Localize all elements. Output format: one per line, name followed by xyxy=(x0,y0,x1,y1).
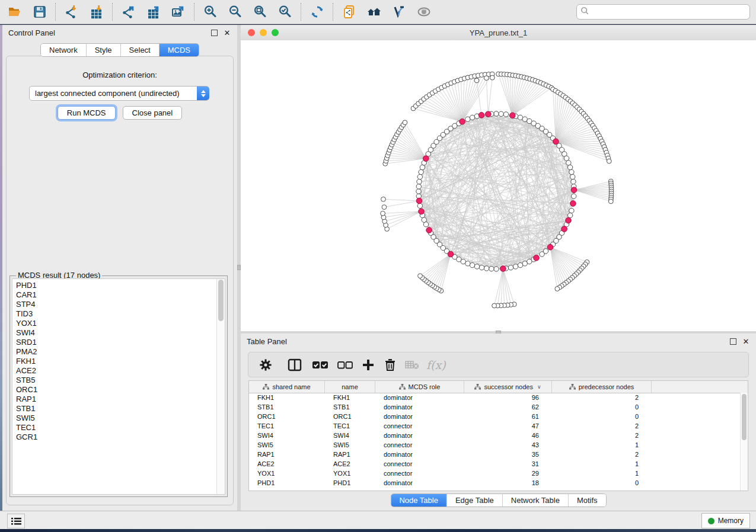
tab-edge-table[interactable]: Edge Table xyxy=(447,494,503,507)
task-history-button[interactable] xyxy=(7,514,25,528)
add-column-button[interactable] xyxy=(362,359,374,371)
table-row[interactable]: ACE2ACE2connector311 xyxy=(249,459,741,469)
vizmapper-icon xyxy=(392,5,406,19)
memory-button[interactable]: Memory xyxy=(701,513,750,528)
cell-predecessor-nodes: 1 xyxy=(552,470,652,477)
mcds-result-item[interactable]: RAP1 xyxy=(12,395,225,404)
save-session-button[interactable] xyxy=(30,2,50,21)
zoom-out-button[interactable] xyxy=(225,2,245,21)
table-row[interactable]: PHD1PHD1dominator180 xyxy=(249,478,741,488)
network-graph[interactable] xyxy=(241,40,756,331)
cell-predecessor-nodes: 2 xyxy=(552,394,652,401)
zoom-selected-button[interactable] xyxy=(275,2,295,21)
delete-column-button[interactable] xyxy=(385,358,395,371)
cell-MCDS-role: dominator xyxy=(375,413,464,420)
column-header-successor-nodes[interactable]: successor nodes∨ xyxy=(464,381,552,393)
mcds-result-item[interactable]: YOX1 xyxy=(12,319,225,328)
memory-status-icon xyxy=(708,518,714,524)
cell-MCDS-role: dominator xyxy=(375,451,464,458)
tab-mcds[interactable]: MCDS xyxy=(160,44,199,56)
refresh-layout-button[interactable] xyxy=(307,2,327,21)
export-table-button[interactable] xyxy=(143,2,164,21)
search-input[interactable] xyxy=(589,7,746,17)
zoom-in-button[interactable] xyxy=(200,2,221,21)
table-panel-title: Table Panel xyxy=(247,337,724,346)
cell-shared-name: SWI5 xyxy=(249,441,325,448)
mcds-list-scrollbar[interactable] xyxy=(216,279,225,494)
table-panel: Table Panel ✕ f(x) shared namenameMCDS r… xyxy=(241,334,756,511)
table-row[interactable]: YOX1YOX1connector291 xyxy=(249,469,741,478)
import-table-button[interactable] xyxy=(87,2,107,21)
float-panel-button[interactable] xyxy=(729,337,737,345)
mcds-result-item[interactable]: PMA2 xyxy=(12,347,225,357)
import-network-button[interactable] xyxy=(62,2,82,21)
mcds-result-item[interactable]: ORC1 xyxy=(12,385,225,395)
mcds-result-item[interactable]: TID3 xyxy=(12,309,225,319)
columns-button[interactable] xyxy=(288,358,302,371)
mcds-result-item[interactable]: ACE2 xyxy=(12,366,225,376)
gear-button[interactable] xyxy=(259,358,272,371)
mcds-result-item[interactable]: CAR1 xyxy=(12,290,225,300)
mcds-result-list[interactable]: PHD1CAR1STP4TID3YOX1SWI4SRD1PMA2FKH1ACE2… xyxy=(12,278,225,495)
export-image-button[interactable] xyxy=(168,2,189,21)
close-panel-button[interactable]: ✕ xyxy=(742,337,750,345)
deselect-all-button[interactable] xyxy=(337,361,353,369)
table-row[interactable]: SWI4SWI4dominator462 xyxy=(249,431,741,440)
select-all-button[interactable] xyxy=(312,361,328,369)
network-canvas[interactable] xyxy=(241,40,756,331)
mcds-result-item[interactable]: STP4 xyxy=(12,300,225,309)
cell-shared-name: SWI4 xyxy=(249,432,325,439)
table-row[interactable]: RAP1RAP1dominator352 xyxy=(249,450,741,459)
tab-network-table[interactable]: Network Table xyxy=(503,494,569,507)
cell-successor-nodes: 29 xyxy=(464,470,552,477)
mcds-result-item[interactable]: STB5 xyxy=(12,376,225,385)
tab-select[interactable]: Select xyxy=(121,44,160,56)
vizmapper-button[interactable] xyxy=(389,2,409,21)
criterion-dropdown[interactable]: largest connected component (undirected) xyxy=(29,86,209,101)
mcds-result-item[interactable]: PHD1 xyxy=(12,281,225,290)
network-overview-button[interactable] xyxy=(364,2,384,21)
cell-successor-nodes: 31 xyxy=(464,460,552,467)
table-row[interactable]: TEC1TEC1connector472 xyxy=(249,421,741,431)
open-file-button[interactable] xyxy=(5,2,25,21)
run-mcds-button[interactable]: Run MCDS xyxy=(58,106,116,120)
cell-shared-name: RAP1 xyxy=(249,451,325,458)
mcds-result-item[interactable]: SWI5 xyxy=(12,414,225,423)
mcds-result-item[interactable]: STB1 xyxy=(12,404,225,414)
mcds-result-item[interactable]: SRD1 xyxy=(12,338,225,347)
export-table-icon xyxy=(146,5,161,19)
close-panel-action-button[interactable]: Close panel xyxy=(123,106,183,120)
export-network-button[interactable] xyxy=(119,2,139,21)
tab-motifs[interactable]: Motifs xyxy=(569,494,606,507)
mcds-result-item[interactable]: TEC1 xyxy=(12,423,225,432)
mcds-result-item[interactable]: FKH1 xyxy=(12,357,225,366)
import-network-icon xyxy=(65,5,79,19)
column-header-predecessor-nodes[interactable]: predecessor nodes xyxy=(552,381,652,393)
float-panel-button[interactable] xyxy=(210,28,218,37)
tab-node-table[interactable]: Node Table xyxy=(391,494,447,507)
cell-predecessor-nodes: 0 xyxy=(552,413,652,420)
tab-style[interactable]: Style xyxy=(87,44,121,56)
zoom-fit-button[interactable] xyxy=(250,2,270,21)
column-header-MCDS-role[interactable]: MCDS role xyxy=(375,381,464,393)
network-window-titlebar[interactable]: YPA_prune.txt_1 xyxy=(241,25,756,41)
column-header-shared-name[interactable]: shared name xyxy=(249,381,325,393)
table-row[interactable]: FKH1FKH1dominator962 xyxy=(249,393,741,402)
tab-network[interactable]: Network xyxy=(41,44,87,56)
column-header-name[interactable]: name xyxy=(325,381,375,393)
mcds-result-item[interactable]: GCR1 xyxy=(12,432,225,442)
cell-shared-name: TEC1 xyxy=(249,422,325,430)
cell-predecessor-nodes: 1 xyxy=(552,460,652,467)
network-overview-icon xyxy=(367,5,381,19)
table-row[interactable]: SWI5SWI5connector431 xyxy=(249,440,741,450)
cell-MCDS-role: dominator xyxy=(375,479,464,486)
cell-name: SWI5 xyxy=(325,441,375,448)
table-row[interactable]: STB1STB1dominator620 xyxy=(249,402,741,412)
search-box[interactable] xyxy=(576,4,750,20)
close-panel-button[interactable]: ✕ xyxy=(223,28,231,37)
table-row[interactable]: ORC1ORC1dominator610 xyxy=(249,412,741,421)
mcds-result-item[interactable]: SWI4 xyxy=(12,328,225,338)
table-scrollbar[interactable] xyxy=(740,393,748,491)
clone-network-button[interactable] xyxy=(339,2,359,21)
hide-panel-eye-button[interactable] xyxy=(414,2,434,21)
